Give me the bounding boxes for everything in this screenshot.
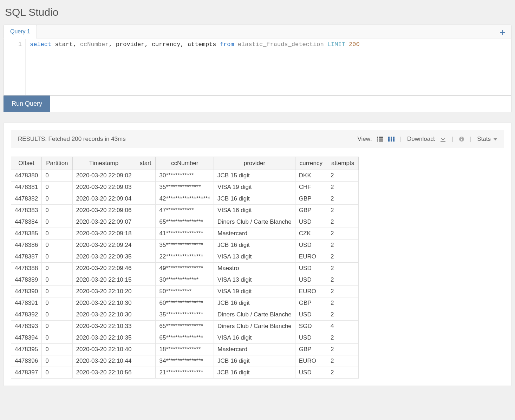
cell-partition: 0 <box>42 321 72 332</box>
cell-start <box>135 263 156 274</box>
results-status: RESULTS: Fetched 200 records in 43ms <box>18 136 126 143</box>
table-row[interactable]: 447839402020-03-20 22:10:3565***********… <box>11 332 359 344</box>
table-row[interactable]: 447839302020-03-20 22:10:3365***********… <box>11 321 359 332</box>
cell-attempts: 2 <box>327 182 359 193</box>
cell-offset: 4478380 <box>11 170 42 182</box>
table-row[interactable]: 447838902020-03-20 22:10:1530***********… <box>11 274 359 286</box>
cell-start <box>135 297 156 309</box>
cell-provider: Mastercard <box>214 344 295 355</box>
cell-currency: GBP <box>295 344 327 355</box>
cell-start <box>135 332 156 344</box>
cell-start <box>135 182 156 193</box>
token-text: start, <box>51 41 80 48</box>
stats-button[interactable]: Stats <box>477 136 497 143</box>
cell-partition: 0 <box>42 205 72 216</box>
cell-attempts: 2 <box>327 263 359 274</box>
view-list-button[interactable] <box>377 136 383 142</box>
cell-provider: Maestro <box>214 263 295 274</box>
cell-currency: CHF <box>295 182 327 193</box>
cell-provider: JCB 16 digit <box>214 355 295 367</box>
cell-provider: JCB 16 digit <box>214 367 295 379</box>
tab-query-1[interactable]: Query 1 <box>4 25 37 39</box>
token-text <box>324 41 327 48</box>
cell-partition: 0 <box>42 297 72 309</box>
cell-ccNumber: 60**************** <box>156 297 214 309</box>
cell-attempts: 4 <box>327 321 359 332</box>
table-row[interactable]: 447838302020-03-20 22:09:0647***********… <box>11 205 359 216</box>
token-text <box>345 41 349 48</box>
table-row[interactable]: 447839602020-03-20 22:10:4434***********… <box>11 355 359 367</box>
view-label: View: <box>357 136 372 143</box>
token-number: 200 <box>349 41 360 48</box>
view-grid-button[interactable] <box>388 136 395 142</box>
cell-attempts: 2 <box>327 228 359 239</box>
cell-timestamp: 2020-03-20 22:09:18 <box>72 228 135 239</box>
cell-partition: 0 <box>42 182 72 193</box>
run-bar-spacer <box>50 96 511 112</box>
cell-partition: 0 <box>42 228 72 239</box>
cell-offset: 4478396 <box>11 355 42 367</box>
cell-currency: EURO <box>295 355 327 367</box>
table-row[interactable]: 447838002020-03-20 22:09:0230***********… <box>11 170 359 182</box>
cell-start <box>135 321 156 332</box>
table-row[interactable]: 447839502020-03-20 22:10:4018***********… <box>11 344 359 355</box>
col-provider[interactable]: provider <box>214 157 295 170</box>
cell-ccNumber: 35*************** <box>156 182 214 193</box>
cell-provider: VISA 13 digit <box>214 251 295 263</box>
table-header-row: Offset Partition Timestamp start ccNumbe… <box>11 157 359 170</box>
col-start[interactable]: start <box>135 157 156 170</box>
table-row[interactable]: 447839102020-03-20 22:10:3060***********… <box>11 297 359 309</box>
cell-attempts: 2 <box>327 239 359 251</box>
cell-ccNumber: 35**************** <box>156 309 214 321</box>
cell-ccNumber: 35**************** <box>156 239 214 251</box>
cell-offset: 4478390 <box>11 286 42 297</box>
col-partition[interactable]: Partition <box>42 157 72 170</box>
table-row[interactable]: 447838402020-03-20 22:09:0765***********… <box>11 216 359 228</box>
col-attempts[interactable]: attempts <box>327 157 359 170</box>
table-row[interactable]: 447838602020-03-20 22:09:2435***********… <box>11 239 359 251</box>
token-keyword: select <box>30 41 51 48</box>
cell-currency: USD <box>295 274 327 286</box>
cell-currency: EURO <box>295 251 327 263</box>
table-row[interactable]: 447838202020-03-20 22:09:0442***********… <box>11 193 359 205</box>
cell-attempts: 2 <box>327 286 359 297</box>
cell-start <box>135 355 156 367</box>
add-tab-button[interactable] <box>494 25 511 39</box>
cell-provider: VISA 13 digit <box>214 274 295 286</box>
cell-timestamp: 2020-03-20 22:09:03 <box>72 182 135 193</box>
cell-offset: 4478382 <box>11 193 42 205</box>
cell-ccNumber: 41**************** <box>156 228 214 239</box>
info-icon <box>459 136 464 142</box>
cell-partition: 0 <box>42 251 72 263</box>
table-row[interactable]: 447838802020-03-20 22:09:4649***********… <box>11 263 359 274</box>
table-row[interactable]: 447839002020-03-20 22:10:2050***********… <box>11 286 359 297</box>
plus-icon <box>500 29 506 35</box>
col-timestamp[interactable]: Timestamp <box>72 157 135 170</box>
cell-timestamp: 2020-03-20 22:09:46 <box>72 263 135 274</box>
col-ccnumber[interactable]: ccNumber <box>156 157 214 170</box>
table-row[interactable]: 447839202020-03-20 22:10:3035***********… <box>11 309 359 321</box>
table-row[interactable]: 447838102020-03-20 22:09:0335***********… <box>11 182 359 193</box>
cell-provider: JCB 15 digit <box>214 170 295 182</box>
cell-attempts: 2 <box>327 332 359 344</box>
col-currency[interactable]: currency <box>295 157 327 170</box>
cell-offset: 4478384 <box>11 216 42 228</box>
cell-provider: JCB 16 digit <box>214 239 295 251</box>
download-button[interactable] <box>440 136 446 142</box>
table-row[interactable]: 447839702020-03-20 22:10:5621***********… <box>11 367 359 379</box>
run-query-button[interactable]: Run Query <box>4 96 50 112</box>
table-row[interactable]: 447838502020-03-20 22:09:1841***********… <box>11 228 359 239</box>
cell-attempts: 2 <box>327 355 359 367</box>
cell-timestamp: 2020-03-20 22:09:06 <box>72 205 135 216</box>
editor-code[interactable]: select start, ccNumber, provider, curren… <box>26 39 511 95</box>
token-keyword: from <box>220 41 234 48</box>
sql-editor[interactable]: 1 select start, ccNumber, provider, curr… <box>4 39 511 96</box>
info-button[interactable] <box>459 136 464 142</box>
svg-rect-2 <box>461 138 462 138</box>
cell-timestamp: 2020-03-20 22:10:44 <box>72 355 135 367</box>
col-offset[interactable]: Offset <box>11 157 42 170</box>
cell-timestamp: 2020-03-20 22:10:40 <box>72 344 135 355</box>
cell-ccNumber: 21**************** <box>156 367 214 379</box>
table-row[interactable]: 447838702020-03-20 22:09:3522***********… <box>11 251 359 263</box>
cell-timestamp: 2020-03-20 22:10:30 <box>72 297 135 309</box>
